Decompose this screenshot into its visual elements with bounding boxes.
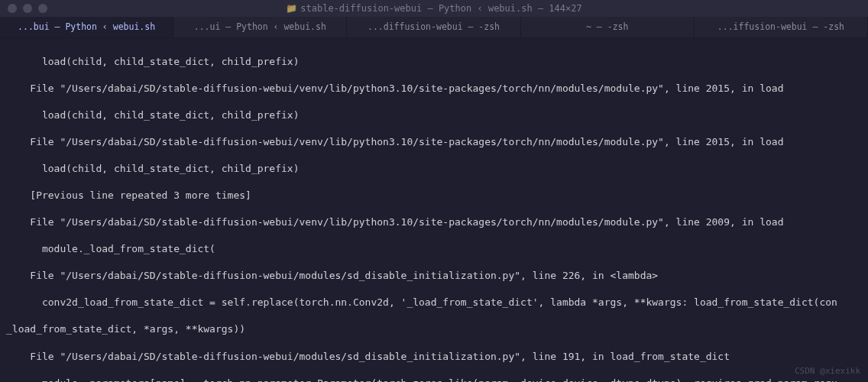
terminal-line: [Previous line repeated 3 more times] <box>6 189 863 202</box>
terminal-line: load(child, child_state_dict, child_pref… <box>6 108 863 122</box>
tab-4[interactable]: ...iffusion-webui — -zsh <box>695 17 868 37</box>
terminal-line: load(child, child_state_dict, child_pref… <box>6 162 863 176</box>
titlebar: 📁stable-diffusion-webui — Python ‹ webui… <box>0 0 868 17</box>
terminal-line: load(child, child_state_dict, child_pref… <box>6 55 863 69</box>
traffic-lights <box>8 4 47 13</box>
tab-label: ...ui — Python ‹ webui.sh <box>194 21 326 34</box>
terminal-line: File "/Users/dabai/SD/stable-diffusion-w… <box>6 215 863 229</box>
terminal-line: File "/Users/dabai/SD/stable-diffusion-w… <box>6 350 863 364</box>
terminal-line: File "/Users/dabai/SD/stable-diffusion-w… <box>6 135 863 149</box>
minimize-button[interactable] <box>23 4 32 13</box>
tab-1[interactable]: ...ui — Python ‹ webui.sh <box>173 17 347 37</box>
terminal-line: File "/Users/dabai/SD/stable-diffusion-w… <box>6 82 863 96</box>
zoom-button[interactable] <box>38 4 47 13</box>
tab-label: ...iffusion-webui — -zsh <box>717 21 844 34</box>
folder-icon: 📁 <box>286 2 297 15</box>
tabbar: ...bui — Python ‹ webui.sh ...ui — Pytho… <box>0 17 868 38</box>
tab-label: ...bui — Python ‹ webui.sh <box>18 21 155 34</box>
terminal-line: module._parameters[name] = torch.nn.para… <box>6 377 863 382</box>
tab-0[interactable]: ...bui — Python ‹ webui.sh <box>0 17 173 37</box>
close-button[interactable] <box>8 4 17 13</box>
terminal-line: File "/Users/dabai/SD/stable-diffusion-w… <box>6 269 863 283</box>
terminal-line: _load_from_state_dict, *args, **kwargs)) <box>6 322 863 336</box>
terminal-output[interactable]: load(child, child_state_dict, child_pref… <box>0 38 868 382</box>
window-title-text: stable-diffusion-webui — Python ‹ webui.… <box>300 3 581 14</box>
tab-2[interactable]: ...diffusion-webui — -zsh <box>347 17 520 37</box>
tab-label: ...diffusion-webui — -zsh <box>368 21 500 34</box>
watermark: CSDN @xiexikk <box>795 366 860 377</box>
terminal-line: module._load_from_state_dict( <box>6 242 863 256</box>
window-title: 📁stable-diffusion-webui — Python ‹ webui… <box>8 2 860 15</box>
tab-3[interactable]: ~ — -zsh <box>521 17 695 37</box>
tab-label: ~ — -zsh <box>586 21 628 34</box>
terminal-line: conv2d_load_from_state_dict = self.repla… <box>6 296 863 309</box>
